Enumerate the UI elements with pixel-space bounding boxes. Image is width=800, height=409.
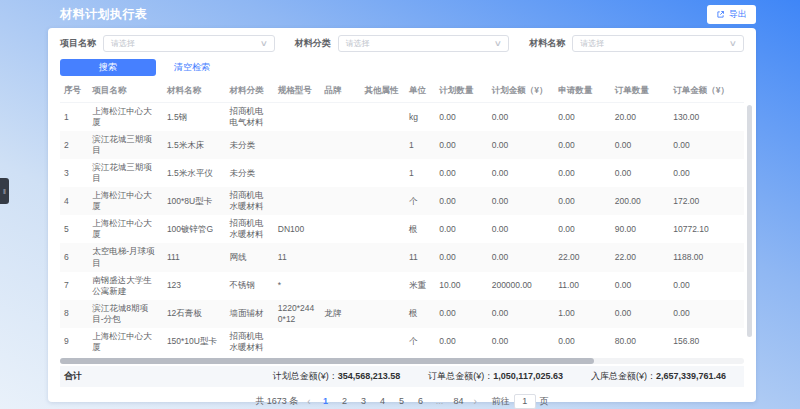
side-panel-handle[interactable]: ‖ xyxy=(0,178,9,204)
pagination-page-1[interactable]: 1 xyxy=(320,396,332,406)
column-header: 规格型号 xyxy=(274,81,320,103)
pagination-page-5[interactable]: 5 xyxy=(396,396,408,406)
export-button[interactable]: 导出 xyxy=(707,5,756,24)
pagination-page-6[interactable]: 6 xyxy=(415,396,427,406)
table-cell: 130.00 xyxy=(669,103,744,132)
search-button[interactable]: 搜索 xyxy=(60,59,156,76)
vertical-scrollbar[interactable] xyxy=(747,105,752,337)
horizontal-scrollbar-thumb[interactable] xyxy=(60,358,594,364)
summary-total-label: 合计 xyxy=(64,370,82,383)
material-name-select[interactable]: 请选择 ∨ xyxy=(572,35,744,52)
table-cell xyxy=(320,272,360,300)
column-header: 材料名称 xyxy=(163,81,226,103)
table-row: 3滨江花城三期项目1.5米水平仪未分类10.000.000.000.000.00 xyxy=(60,159,744,187)
table-cell: 1 xyxy=(60,103,88,132)
material-category-select[interactable]: 请选择 ∨ xyxy=(338,35,510,52)
clear-search-link[interactable]: 清空检索 xyxy=(174,61,210,74)
table-cell xyxy=(320,328,360,356)
table-row: 4上海松江中心大厦100*8U型卡招商机电 水暖材料个0.000.000.002… xyxy=(60,187,744,215)
table-row: 5上海松江中心大厦100镀锌管G招商机电 水暖材料DN100根0.000.000… xyxy=(60,215,744,243)
filter-material-category-label: 材料分类 xyxy=(295,37,331,50)
table-cell: 0.00 xyxy=(488,131,555,159)
planned-total-amount-label: 计划总金额(¥)： xyxy=(273,371,338,381)
table-cell: 滨江花城三期项目 xyxy=(88,159,163,187)
table-cell xyxy=(320,159,360,187)
pagination-page-84[interactable]: 84 xyxy=(453,396,465,406)
table-cell: 0.00 xyxy=(488,187,555,215)
order-total-amount: 订单总金额(¥)：1,050,117,025.63 xyxy=(428,370,563,383)
export-icon xyxy=(716,10,725,19)
column-header: 计划数量 xyxy=(435,81,487,103)
table-cell: 9 xyxy=(60,328,88,356)
table-cell: 上海松江中心大厦 xyxy=(88,328,163,356)
pagination-page-3[interactable]: 3 xyxy=(358,396,370,406)
horizontal-scrollbar-track[interactable] xyxy=(60,358,744,364)
next-page-icon[interactable]: › xyxy=(472,396,479,407)
table-cell xyxy=(274,328,320,356)
table-cell: 龙牌 xyxy=(320,300,360,328)
table-cell: 0.00 xyxy=(435,243,487,271)
table-cell: 0.00 xyxy=(435,131,487,159)
table-cell: 0.00 xyxy=(669,131,744,159)
project-name-placeholder: 请选择 xyxy=(111,38,135,49)
table-cell: 墙面辅材 xyxy=(225,300,273,328)
table-cell: 1.5米水平仪 xyxy=(163,159,226,187)
table-cell: 3 xyxy=(60,159,88,187)
goto-page-input[interactable] xyxy=(514,394,536,409)
table-cell: 156.80 xyxy=(669,328,744,356)
table-cell: 111 xyxy=(163,243,226,271)
column-header: 订单金额（¥） xyxy=(669,81,744,103)
table-cell xyxy=(320,187,360,215)
table-cell xyxy=(320,131,360,159)
chevron-down-icon: ∨ xyxy=(494,40,502,48)
pagination-pages: 123456...84 xyxy=(320,396,465,406)
filter-material-name-label: 材料名称 xyxy=(529,37,565,50)
goto-label: 前往 xyxy=(492,395,510,408)
table-cell: * xyxy=(274,272,320,300)
table-cell xyxy=(320,103,360,132)
pagination-page-4[interactable]: 4 xyxy=(377,396,389,406)
table-row: 8滨江花城8期项目-分包12石膏板墙面辅材1220*2440*12龙牌根0.00… xyxy=(60,300,744,328)
table-cell: 22.00 xyxy=(611,243,670,271)
table-cell: 80.00 xyxy=(611,328,670,356)
column-header: 材料分类 xyxy=(225,81,273,103)
table-cell xyxy=(361,272,405,300)
table-cell: 0.00 xyxy=(435,300,487,328)
table-cell: 90.00 xyxy=(611,215,670,243)
table-cell: 0.00 xyxy=(435,328,487,356)
chevron-down-icon: ∨ xyxy=(260,40,268,48)
column-header: 计划金额（¥） xyxy=(488,81,555,103)
pagination: 共 1673 条 ‹ 123456...84 › 前往 页 xyxy=(60,394,744,409)
project-name-select[interactable]: 请选择 ∨ xyxy=(103,35,275,52)
export-button-label: 导出 xyxy=(729,8,747,21)
table-cell: 0.00 xyxy=(611,272,670,300)
table-cell: 0.00 xyxy=(435,159,487,187)
summary-row: 合计 计划总金额(¥)：354,568,213.58 订单总金额(¥)：1,05… xyxy=(60,366,744,387)
summary-totals: 计划总金额(¥)：354,568,213.58 订单总金额(¥)：1,050,1… xyxy=(273,370,726,383)
table-cell: 0.00 xyxy=(554,328,610,356)
table-cell xyxy=(361,103,405,132)
page-title: 材料计划执行表 xyxy=(60,6,148,23)
table-row: 9上海松江中心大厦150*10U型卡招商机电 水暖材料个0.000.000.00… xyxy=(60,328,744,356)
materials-table: 序号项目名称材料名称材料分类规格型号品牌其他属性单位计划数量计划金额（¥）申请数… xyxy=(60,81,744,356)
table-cell: 未分类 xyxy=(225,159,273,187)
main-card: 项目名称 请选择 ∨ 材料分类 请选择 ∨ 材料名称 请选择 ∨ 搜索 清空检索 xyxy=(48,28,756,402)
pagination-total: 共 1673 条 xyxy=(255,395,298,408)
table-cell: 0.00 xyxy=(435,103,487,132)
inbound-total-amount: 入库总金额(¥)：2,657,339,761.46 xyxy=(591,370,726,383)
table-cell: 0.00 xyxy=(435,215,487,243)
prev-page-icon[interactable]: ‹ xyxy=(305,396,312,407)
planned-total-amount: 计划总金额(¥)：354,568,213.58 xyxy=(273,370,401,383)
table-cell: 1220*2440*12 xyxy=(274,300,320,328)
table-cell: DN100 xyxy=(274,215,320,243)
pagination-ellipsis: ... xyxy=(434,396,446,406)
table-cell: 米重 xyxy=(405,272,435,300)
pagination-page-2[interactable]: 2 xyxy=(339,396,351,406)
table-cell: 太空电梯-月球项目 xyxy=(88,243,163,271)
table-cell: 123 xyxy=(163,272,226,300)
table-cell: 5 xyxy=(60,215,88,243)
table-cell: 0.00 xyxy=(554,159,610,187)
table-cell: 0.00 xyxy=(669,300,744,328)
table-cell: 20.00 xyxy=(611,103,670,132)
table-cell xyxy=(361,159,405,187)
